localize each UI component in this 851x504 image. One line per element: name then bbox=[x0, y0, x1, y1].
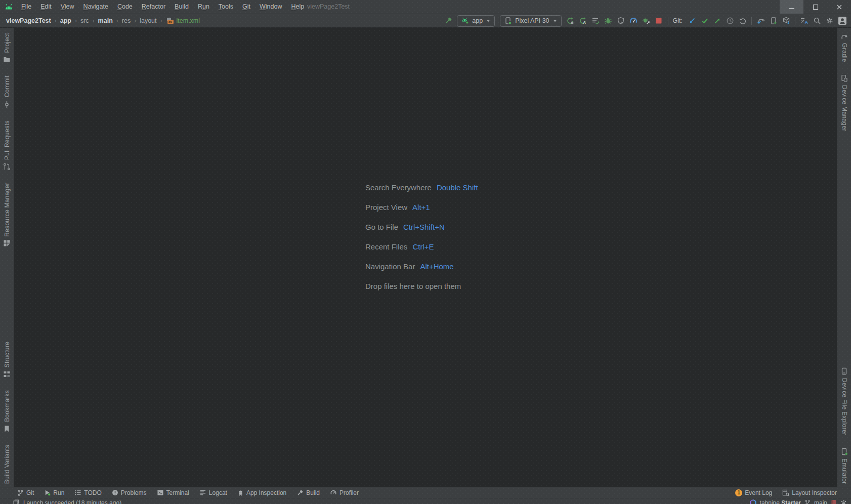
menu-file[interactable]: File bbox=[17, 0, 36, 14]
android-studio-logo-icon bbox=[4, 3, 14, 11]
todo-list-icon bbox=[74, 489, 81, 496]
toolwindow-todo[interactable]: TODO bbox=[69, 487, 106, 498]
toolwindow-problems[interactable]: Problems bbox=[107, 487, 152, 498]
menu-git[interactable]: Git bbox=[238, 0, 255, 14]
undo-button[interactable] bbox=[736, 15, 749, 26]
git-commit-button[interactable] bbox=[698, 15, 711, 26]
window-title: viewPage2Test bbox=[307, 0, 350, 14]
toolbar-separator bbox=[668, 17, 668, 25]
gear-icon bbox=[826, 17, 834, 25]
debug-button[interactable] bbox=[602, 15, 615, 26]
clock-icon bbox=[726, 17, 734, 25]
navigation-bar: viewPage2Test › app › src › main › res ›… bbox=[0, 14, 851, 28]
menu-view[interactable]: View bbox=[56, 0, 79, 14]
menu-navigate[interactable]: Navigate bbox=[79, 0, 113, 14]
toolwindow-terminal[interactable]: Terminal bbox=[152, 487, 194, 498]
sidebar-item-pull-requests[interactable]: Pull Requests bbox=[3, 120, 11, 171]
apply-code-changes-button[interactable]: A bbox=[577, 15, 589, 26]
toolwindow-git[interactable]: Git bbox=[12, 487, 39, 498]
svg-text:A: A bbox=[583, 20, 586, 25]
translate-icon: A bbox=[800, 17, 809, 25]
event-log-button[interactable]: 1 Event Log bbox=[730, 487, 777, 498]
tabnine-widget[interactable]: tabnine Starter bbox=[760, 499, 801, 504]
breadcrumb-separator: › bbox=[116, 17, 118, 24]
sdk-manager-button[interactable] bbox=[780, 15, 792, 26]
toolwindow-logcat[interactable]: Logcat bbox=[194, 487, 232, 498]
translate-button[interactable]: A bbox=[798, 15, 811, 26]
toolwindow-build[interactable]: Build bbox=[291, 487, 325, 498]
run-with-coverage-button[interactable] bbox=[615, 15, 627, 26]
sidebar-item-build-variants[interactable]: Build Variants bbox=[4, 445, 11, 484]
restore-window-icon[interactable] bbox=[13, 499, 19, 504]
close-button[interactable] bbox=[827, 0, 851, 14]
breadcrumb-main[interactable]: main bbox=[98, 17, 113, 24]
android-module-icon bbox=[461, 17, 469, 25]
make-project-button[interactable] bbox=[442, 15, 454, 26]
shortcut-keys: Alt+1 bbox=[412, 203, 430, 212]
toolwindow-profiler[interactable]: Profiler bbox=[325, 487, 364, 498]
git-branch-widget[interactable]: main bbox=[814, 499, 827, 504]
breadcrumb-project[interactable]: viewPage2Test bbox=[6, 17, 51, 24]
breadcrumb-res[interactable]: res bbox=[122, 17, 131, 24]
breadcrumb-file[interactable]: <> item.xml bbox=[166, 17, 200, 25]
device-select[interactable]: Pixel API 30 bbox=[500, 15, 561, 27]
run-configuration-select[interactable]: app bbox=[457, 15, 495, 27]
git-update-button[interactable] bbox=[686, 15, 698, 26]
profile-button[interactable] bbox=[627, 15, 640, 26]
window-controls bbox=[780, 0, 851, 14]
paw-icon[interactable] bbox=[840, 499, 847, 504]
reader-book-icon[interactable] bbox=[831, 499, 837, 504]
sidebar-item-commit[interactable]: Commit bbox=[3, 75, 11, 108]
build-hammer-icon bbox=[296, 489, 304, 496]
menu-tools[interactable]: Tools bbox=[214, 0, 238, 14]
sidebar-item-project[interactable]: Project bbox=[3, 33, 11, 63]
search-everywhere-button[interactable] bbox=[811, 15, 823, 26]
sidebar-item-bookmarks[interactable]: Bookmarks bbox=[4, 390, 11, 433]
profiler-icon bbox=[330, 489, 337, 496]
profiler-gauge-icon bbox=[629, 17, 637, 25]
toolwindow-run[interactable]: Run bbox=[39, 487, 69, 498]
layout-inspector-button[interactable]: Layout Inspector bbox=[777, 487, 842, 498]
menu-build[interactable]: Build bbox=[170, 0, 193, 14]
settings-button[interactable] bbox=[823, 15, 836, 26]
sidebar-item-structure[interactable]: Structure bbox=[3, 342, 11, 378]
sidebar-item-emulator[interactable]: Emulator bbox=[840, 448, 848, 484]
sidebar-item-gradle[interactable]: Gradle bbox=[840, 33, 848, 62]
profile-avatar-button[interactable] bbox=[836, 15, 848, 26]
menu-window[interactable]: Window bbox=[255, 0, 286, 14]
shortcut-row: Recent FilesCtrl+E bbox=[365, 237, 478, 257]
run-button[interactable] bbox=[589, 15, 602, 26]
menu-edit[interactable]: Edit bbox=[36, 0, 56, 14]
sdk-box-icon bbox=[782, 17, 790, 25]
breadcrumb-separator: › bbox=[93, 17, 95, 24]
menu-code[interactable]: Code bbox=[113, 0, 137, 14]
status-message[interactable]: Launch succeeded (18 minutes ago) bbox=[23, 499, 121, 504]
maximize-button[interactable] bbox=[803, 0, 827, 14]
sidebar-item-device-file-explorer[interactable]: Device File Explorer bbox=[840, 367, 848, 435]
chevron-down-icon bbox=[486, 18, 491, 23]
menu-refactor[interactable]: Refactor bbox=[137, 0, 170, 14]
resource-manager-icon bbox=[3, 239, 11, 247]
menu-run[interactable]: Run bbox=[193, 0, 214, 14]
device-manager-button[interactable] bbox=[767, 15, 780, 26]
menu-help[interactable]: Help bbox=[286, 0, 309, 14]
sidebar-item-device-manager[interactable]: Device Manager bbox=[840, 74, 848, 132]
breadcrumb-src[interactable]: src bbox=[80, 17, 89, 24]
run-list-icon bbox=[591, 17, 600, 25]
toolwindow-app-inspection[interactable]: App Inspection bbox=[232, 487, 291, 498]
breadcrumb-app[interactable]: app bbox=[60, 17, 71, 24]
attach-debugger-button[interactable] bbox=[640, 15, 653, 26]
gradle-sync-button[interactable] bbox=[754, 15, 767, 26]
sidebar-item-resource-manager[interactable]: Resource Manager bbox=[3, 183, 11, 247]
shortcut-label: Search Everywhere bbox=[365, 183, 432, 192]
history-button[interactable] bbox=[724, 15, 736, 26]
apply-code-changes-icon: A bbox=[579, 17, 587, 25]
minimize-button[interactable] bbox=[780, 0, 803, 14]
breadcrumb-layout[interactable]: layout bbox=[140, 17, 156, 24]
apply-changes-button[interactable] bbox=[564, 15, 577, 26]
run-play-icon bbox=[44, 489, 51, 496]
stop-button[interactable] bbox=[653, 15, 665, 26]
check-icon bbox=[701, 17, 709, 25]
main-toolbar: app Pixel API 30 A bbox=[442, 15, 851, 27]
git-push-button[interactable] bbox=[711, 15, 724, 26]
